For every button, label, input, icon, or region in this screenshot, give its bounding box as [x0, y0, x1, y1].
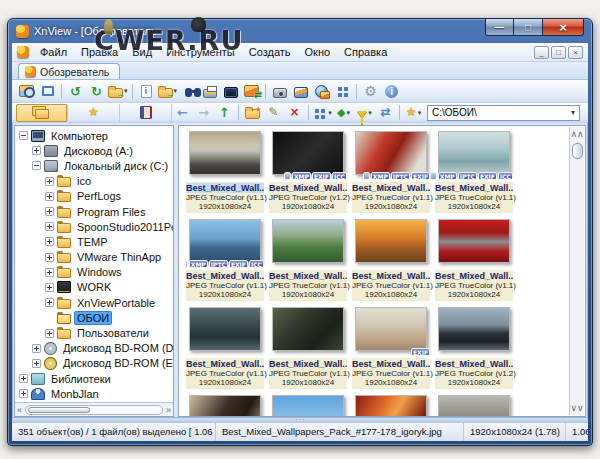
thumbnail-image[interactable]	[272, 131, 344, 175]
thumbnail-image[interactable]	[355, 307, 427, 351]
settings-button[interactable]: ⚙	[360, 82, 381, 101]
fullscreen-button[interactable]	[37, 82, 58, 101]
tree-expander-icon[interactable]	[19, 389, 28, 398]
dropdown-arrow-icon[interactable]: ▾	[368, 109, 372, 117]
scroll-track[interactable]	[572, 141, 583, 401]
tree-item-12[interactable]: ОБОИ	[17, 310, 173, 325]
tree-item-16[interactable]: Библиотеки	[17, 371, 173, 386]
thumbnail-image[interactable]	[189, 395, 261, 416]
up-button[interactable]: ↑	[214, 103, 235, 122]
scroll-down-icon[interactable]: ∨∨	[570, 401, 584, 415]
info-button[interactable]: i	[381, 82, 402, 101]
mdi-restore-button[interactable]: □	[551, 46, 566, 59]
folders-panel-button[interactable]	[16, 104, 68, 122]
menu-item-6[interactable]: Справка	[337, 45, 394, 59]
menu-item-3[interactable]: Инструменты	[159, 45, 242, 59]
rotate-left-button[interactable]: ↺	[65, 82, 86, 101]
thumbnail-cell[interactable]: EXIFBest_Mixed_Wall...JPEG TrueColor (v1…	[352, 307, 430, 389]
thumbnail-image[interactable]	[189, 307, 261, 351]
thumbnail-cell[interactable]: Best_Mixed_Wall...JPEG TrueColor (v1.1)1…	[269, 219, 347, 301]
tree-item-13[interactable]: Пользователи	[17, 325, 173, 340]
thumbnail-cell[interactable]	[435, 395, 513, 416]
thumbnail-image[interactable]	[272, 395, 344, 416]
thumbnail-image[interactable]	[355, 131, 427, 175]
tree-expander-icon[interactable]	[32, 161, 41, 170]
refresh-button[interactable]: ⇄	[375, 103, 396, 122]
thumbnail-image[interactable]	[355, 219, 427, 263]
rename-button[interactable]: ✎	[263, 103, 284, 122]
tree-item-10[interactable]: WORK	[17, 280, 173, 295]
dropdown-arrow-icon[interactable]: ▾	[346, 109, 350, 117]
vertical-scrollbar[interactable]: ∧∧ ∨∨	[569, 127, 584, 415]
view-image-button[interactable]	[16, 82, 37, 101]
tree-item-9[interactable]: Windows	[17, 265, 173, 280]
tree-expander-icon[interactable]	[19, 131, 28, 140]
capture-button[interactable]	[269, 82, 290, 101]
tree-expander-icon[interactable]	[45, 192, 54, 201]
address-bar[interactable]: ▾	[427, 105, 580, 121]
tree-item-3[interactable]: ico	[17, 174, 173, 189]
tree-expander-icon[interactable]	[32, 359, 41, 368]
dropdown-arrow-icon[interactable]: ▾	[328, 109, 332, 117]
thumbnail-image[interactable]	[438, 307, 510, 351]
scroll-right-icon[interactable]: »	[166, 405, 171, 415]
dropdown-arrow-icon[interactable]: ▾	[418, 109, 422, 117]
screen-button[interactable]	[220, 82, 241, 101]
menu-item-5[interactable]: Окно	[298, 45, 338, 59]
thumbnail-cell[interactable]: XMPIPTCEXIFBest_Mixed_Wall...JPEG TrueCo…	[352, 131, 430, 213]
mdi-close-button[interactable]: ×	[568, 46, 583, 59]
thumbnail-image[interactable]	[438, 131, 510, 175]
tree-expander-icon[interactable]	[45, 177, 54, 186]
tree-expander-icon[interactable]	[45, 222, 54, 231]
tree-item-7[interactable]: TEMP	[17, 234, 173, 249]
thumbnail-image[interactable]	[272, 219, 344, 263]
tree-item-5[interactable]: Program Files	[17, 204, 173, 219]
thumbnail-image[interactable]	[438, 395, 510, 416]
tree-item-11[interactable]: XnViewPortable	[17, 295, 173, 310]
tree-expander-icon[interactable]	[45, 237, 54, 246]
tree-expander-icon[interactable]	[45, 329, 54, 338]
view-mode-button[interactable]: ▾	[312, 103, 333, 122]
thumbnail-cell[interactable]: Best_Mixed_Wall...JPEG TrueColor (v1.1)1…	[352, 219, 430, 301]
convert-button[interactable]	[241, 82, 262, 101]
rating-button[interactable]: ★▾	[403, 103, 424, 122]
delete-button[interactable]: ×	[284, 103, 305, 122]
address-dropdown-icon[interactable]: ▾	[571, 108, 575, 117]
menu-item-0[interactable]: Файл	[33, 45, 74, 59]
filter-button[interactable]: ▾	[354, 103, 375, 122]
back-button[interactable]: ←	[172, 103, 193, 122]
tree-item-17[interactable]: MonbJlan	[17, 386, 173, 401]
rotate-right-button[interactable]: ↻	[86, 82, 107, 101]
properties-button[interactable]	[136, 82, 157, 101]
thumbnail-cell[interactable]	[186, 395, 264, 416]
move-to-button[interactable]: ▾	[107, 82, 129, 101]
maximize-button[interactable]	[514, 19, 542, 36]
close-button[interactable]	[542, 19, 584, 36]
tree-scroll-thumb[interactable]	[28, 407, 90, 413]
thumbnail-image[interactable]	[272, 307, 344, 351]
thumbnail-cell[interactable]: XMPIPTCEXIFICCBest_Mixed_Wall...JPEG Tru…	[435, 131, 513, 213]
thumbnail-cell[interactable]: XMPIPTCEXIFICCBest_Mixed_Wall...JPEG Tru…	[186, 219, 264, 301]
thumbnail-cell[interactable]	[269, 395, 347, 416]
tree-expander-icon[interactable]	[45, 283, 54, 292]
menu-item-2[interactable]: Вид	[125, 45, 159, 59]
thumbnail-image[interactable]	[189, 131, 261, 175]
tree-item-6[interactable]: SpoonStudio2011Port	[17, 219, 173, 234]
menu-item-4[interactable]: Создать	[242, 45, 298, 59]
thumbnail-image[interactable]	[189, 219, 261, 263]
tree-expander-icon[interactable]	[19, 374, 28, 383]
thumbnail-cell[interactable]: Best_Mixed_Wall...JPEG TrueColor (v1.1)1…	[435, 219, 513, 301]
tree-item-15[interactable]: Дисковод BD-ROM (E:) V	[17, 356, 173, 371]
new-folder-button[interactable]	[242, 103, 263, 122]
tree-expander-icon[interactable]	[45, 298, 54, 307]
minimize-button[interactable]	[485, 19, 514, 36]
thumbnail-cell[interactable]: Best_Mixed_Wall...JPEG TrueColor (v1.1)1…	[186, 131, 264, 213]
menu-item-1[interactable]: Правка	[74, 45, 125, 59]
contact-sheet-button[interactable]	[332, 82, 353, 101]
tree-item-8[interactable]: VMware ThinApp	[17, 250, 173, 265]
address-input[interactable]	[432, 107, 570, 118]
tree-expander-icon[interactable]	[45, 207, 54, 216]
thumbnail-cell[interactable]: Best_Mixed_Wall...JPEG TrueColor (v1.1)1…	[186, 307, 264, 389]
thumbnail-cell[interactable]: Best_Mixed_Wall...JPEG TrueColor (v1.1)1…	[269, 307, 347, 389]
tree-item-4[interactable]: PerfLogs	[17, 189, 173, 204]
